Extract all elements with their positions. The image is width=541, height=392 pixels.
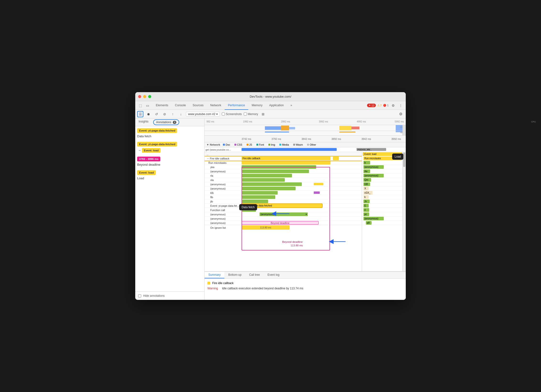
flame-row-fire-idle[interactable]: → Fire idle callback Fire idle callback (205, 156, 362, 161)
flame-row-function-call[interactable]: Function call (205, 208, 362, 212)
network-bar-area: PSDnSI_8fd... (242, 147, 406, 152)
right-row-x[interactable]: X (362, 186, 402, 191)
flame-row-flb[interactable]: flb (205, 195, 362, 199)
tab-application[interactable]: Application (266, 101, 287, 110)
flame-row-vla[interactable]: vla (205, 178, 362, 182)
anon-dropdown-bar-label: (anonymous) (260, 213, 274, 216)
sidebar-tab-insights[interactable]: Insights (135, 118, 152, 126)
tab-memory[interactable]: Memory (248, 101, 266, 110)
tab-network[interactable]: Network (207, 101, 225, 110)
right-row-anon5[interactable]: (anonymous) (362, 174, 402, 178)
flame-chart-left: ... → Fire idle callback Fire idle callb… (205, 152, 362, 271)
filter-font[interactable]: Font (255, 143, 265, 146)
right-row-anon4[interactable]: (anonymous) (362, 165, 402, 169)
upload-button[interactable]: ↑ (170, 111, 176, 117)
tab-call-tree[interactable]: Call tree (245, 272, 264, 278)
flame-row-anon3[interactable]: (anonymous) (205, 186, 362, 191)
tab-console[interactable]: Console (172, 101, 189, 110)
right-b1-bar: b (363, 161, 370, 164)
record-button[interactable]: ⏺ (145, 111, 151, 117)
right-row-gb[interactable]: GB (362, 182, 402, 186)
tab-more[interactable]: » (287, 101, 296, 110)
flame-row-beyond-deadline[interactable]: (anonymous) Beyond deadline (205, 221, 362, 225)
settings-icon[interactable]: ⚙ (390, 102, 396, 109)
screenshots-checkbox-label[interactable]: Screenshots (222, 112, 242, 116)
close-button[interactable] (138, 95, 141, 98)
filter-other[interactable]: Other (306, 143, 317, 146)
performance-settings-icon[interactable]: ⚙ (398, 111, 404, 117)
annotation-tag-2[interactable]: Event: yt-page-data-fetched (137, 142, 177, 147)
tab-elements[interactable]: Elements (152, 101, 172, 110)
right-row-cgx[interactable]: cGX_ (362, 191, 402, 195)
filter-media[interactable]: Media (278, 143, 290, 146)
memory-checkbox[interactable] (244, 112, 247, 116)
cursor-icon[interactable]: ⬚ (137, 102, 143, 109)
right-row-b1[interactable]: b (362, 161, 402, 165)
flame-row-anon-empty[interactable]: (anonymous) (205, 217, 362, 221)
flame-row-ignore-list[interactable]: On ignore list 113.80 ms (205, 225, 362, 230)
filter-doc[interactable]: Doc (222, 143, 232, 146)
tab-performance[interactable]: Performance (225, 101, 249, 110)
device-icon[interactable]: ▭ (144, 102, 151, 109)
toolbar: ☰ ⏺ ↺ ⊘ ↑ ↓ www.youtube.com #2 ▾ Screens… (135, 110, 406, 118)
minimize-button[interactable] (143, 95, 146, 98)
tab-event-log[interactable]: Event log (264, 272, 283, 278)
annotation-tag-4[interactable]: Event: load (137, 170, 156, 175)
filter-js[interactable]: JS (245, 143, 254, 146)
url-selector[interactable]: www.youtube.com #2 ▾ (186, 112, 220, 117)
flame-row-anon1[interactable]: (anonymous) (205, 169, 362, 174)
right-row-anon6[interactable]: (anonymous) (362, 217, 402, 221)
filter-img[interactable]: Img (267, 143, 277, 146)
annotation-tag-3[interactable]: 3783 - 3896 ms (137, 157, 160, 161)
right-row-microtasks[interactable]: Run microtasks (362, 156, 402, 161)
arrow-right-icon: → (138, 149, 141, 152)
flame-row-event-fetched[interactable]: Event: yt-page-data-fetched Event: yt-pa… (205, 204, 362, 208)
right-row-event-load[interactable]: Event: load (362, 152, 402, 156)
annotation-label-1: Data fetch (137, 134, 202, 138)
flame-row-jlb[interactable]: jlb (205, 199, 362, 204)
svg-rect-7 (265, 132, 289, 132)
fire-idle-bar-right (333, 157, 339, 160)
tab-sources[interactable]: Sources (189, 101, 207, 110)
overview-scrollbar[interactable] (402, 125, 406, 135)
right-anon6-bar: (anonymous) (363, 217, 384, 220)
maximize-button[interactable] (148, 95, 151, 98)
screenshot-camera-icon[interactable]: ⊞ (260, 111, 266, 117)
more-icon[interactable]: ⋮ (398, 102, 404, 109)
right-row-pc[interactable]: pc (362, 212, 402, 217)
tab-bottom-up[interactable]: Bottom-up (224, 272, 245, 278)
timeline-overview-chart[interactable]: CPU NET (205, 125, 406, 136)
right-row-aa[interactable]: Aa (362, 169, 402, 174)
right-row-e[interactable]: E (362, 204, 402, 208)
right-row-jv[interactable]: Jv (362, 199, 402, 204)
flame-chart-scrollbar[interactable] (402, 152, 406, 271)
function-call-bar (242, 208, 256, 212)
flame-row-anon-dropdown[interactable]: (anonymous) (anonymous) ▾ (205, 212, 362, 217)
sidebar-tab-annotations[interactable]: Annotations 4 (153, 119, 179, 125)
tab-summary[interactable]: Summary (205, 272, 224, 278)
scrollbar-thumb[interactable] (403, 153, 405, 167)
filter-wasm[interactable]: Wasm (292, 143, 304, 146)
right-row-qm[interactable]: Qm (362, 178, 402, 182)
reload-record-button[interactable]: ↺ (153, 111, 160, 117)
flame-row-run-microtasks[interactable]: Run microtasks (205, 161, 362, 165)
sidebar-toggle-button[interactable]: ☰ (137, 111, 143, 117)
annotation-tag-1[interactable]: Event: yt-page-data-fetched (137, 128, 177, 133)
clear-button[interactable]: ⊘ (162, 111, 168, 117)
anon3-bars (242, 186, 362, 191)
filter-css[interactable]: CSS (233, 143, 244, 146)
flame-row-yka[interactable]: yka (205, 165, 362, 169)
flame-row-klb[interactable]: klb (205, 191, 362, 195)
download-button[interactable]: ↓ (178, 111, 184, 117)
flame-row-anon2[interactable]: (anonymous) (205, 182, 362, 186)
memory-checkbox-label[interactable]: Memory (244, 112, 258, 116)
screenshots-checkbox[interactable] (222, 112, 225, 116)
flame-row-rla[interactable]: rla (205, 174, 362, 178)
event-fetched-label: Event: yt-page-data-fetched (205, 204, 242, 207)
right-row-k[interactable]: k (362, 195, 402, 199)
hide-annotations-checkbox[interactable] (138, 294, 141, 297)
right-row-qr[interactable]: qR (362, 221, 402, 225)
right-row-ri[interactable]: ri (362, 208, 402, 212)
css-dot (234, 144, 236, 146)
annotation-arrow-target[interactable]: Event: load (142, 148, 161, 153)
